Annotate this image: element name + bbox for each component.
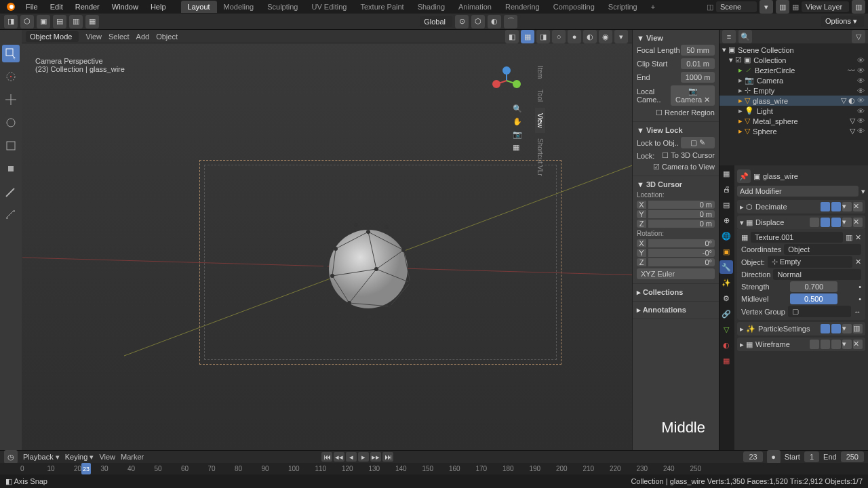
proptab-constraints[interactable]: 🔗 (719, 307, 733, 321)
persp-icon[interactable]: ▦ (513, 143, 522, 152)
eye-icon[interactable]: 👁 (857, 96, 865, 104)
menu-render[interactable]: Render (70, 1, 105, 13)
tree-item-beziercircle[interactable]: ▸ ⟋BezierCircle〰👁 (719, 65, 868, 75)
render-region-checkbox[interactable]: ☐ Render Region (656, 108, 715, 117)
proptab-physics[interactable]: ⚙ (719, 291, 733, 305)
lock-obj-field[interactable]: ▢ ✎ (681, 137, 715, 148)
eye-icon[interactable]: 👁 (857, 77, 865, 85)
proptab-texture[interactable]: ▦ (719, 354, 733, 367)
tab-uv[interactable]: UV Editing (304, 1, 353, 13)
pivot-icon[interactable]: ⊙ (455, 15, 469, 28)
tab-layout[interactable]: Layout (181, 1, 217, 13)
tree-item-metal-sphere[interactable]: ▸ ▽Metal_sphere▽👁 (719, 116, 868, 126)
mod-realtime-icon[interactable] (821, 324, 830, 333)
mod-editmode-icon[interactable] (810, 340, 819, 349)
editor-type-icon[interactable]: ◨ (4, 15, 18, 28)
outliner-search-icon[interactable]: 🔍 (738, 30, 752, 43)
outliner-filter-icon[interactable]: ▽ (852, 30, 865, 43)
scene-browse-icon[interactable]: ▾ (760, 0, 773, 14)
modifier-decimate-header[interactable]: ▸ ⬡Decimate ▾✕ (737, 200, 865, 214)
mod-realtime-icon[interactable] (821, 340, 830, 349)
vgroup-field[interactable]: ▢ (788, 306, 851, 317)
snap5-icon[interactable]: ▦ (85, 15, 99, 28)
npanel-annotations-title[interactable]: ▸ Annotations (637, 304, 715, 316)
proptab-world[interactable]: 🌐 (719, 229, 733, 243)
proptab-viewlayer[interactable]: ▤ (719, 198, 733, 211)
snap4-icon[interactable]: ▥ (69, 15, 83, 28)
direction-select[interactable]: Normal (773, 269, 861, 280)
end-frame-field[interactable]: 250 (841, 451, 864, 462)
mod-close-icon[interactable]: ✕ (853, 218, 863, 227)
proptab-modifier[interactable]: 🔧 (719, 260, 733, 274)
proptab-mesh[interactable]: ▽ (719, 323, 733, 336)
to-3d-cursor-checkbox[interactable]: ☐ To 3D Cursor (662, 151, 715, 160)
tree-item-camera[interactable]: ▸ 📷Camera👁 (719, 75, 868, 85)
ntab-tool[interactable]: Tool (535, 84, 545, 107)
magnet-icon[interactable]: ⬡ (471, 15, 485, 28)
prev-key-icon[interactable]: ◂◂ (334, 452, 344, 462)
tree-item-glass-wire[interactable]: ▸ ▽glass_wire▽◐👁 (719, 96, 868, 106)
next-key-icon[interactable]: ▸▸ (370, 452, 381, 462)
tool-scale[interactable] (2, 137, 20, 155)
current-frame-field[interactable]: 23 (743, 451, 762, 462)
tab-scripting[interactable]: Scripting (601, 1, 644, 13)
ntab-shortcut[interactable]: Shortcut VLr (535, 133, 545, 182)
proptab-output[interactable]: 🖨 (719, 182, 733, 196)
tl-menu-playback[interactable]: Playback ▾ (23, 453, 60, 462)
proptab-material[interactable]: ◐ (719, 338, 733, 352)
timeline-type-icon[interactable]: ◷ (4, 450, 18, 464)
snap-icon[interactable]: ⬡ (20, 15, 34, 28)
tab-modeling[interactable]: Modeling (217, 1, 261, 13)
loc-y-value[interactable]: 0 m (648, 210, 715, 218)
tool-transform[interactable] (2, 160, 20, 178)
hand-icon[interactable]: ✋ (513, 117, 522, 126)
jump-end-icon[interactable]: ⏭ (382, 452, 393, 462)
eye-icon[interactable]: 👁 (857, 87, 865, 95)
viewport-3d[interactable]: Object Mode View Select Add Object ◧ ▦ ◨… (22, 30, 632, 450)
proptab-render[interactable]: ▦ (719, 167, 733, 180)
ntab-view[interactable]: View (535, 108, 545, 134)
displace-texture-field[interactable]: Texture.001 (751, 232, 843, 243)
mod-close-icon[interactable]: ✕ (853, 202, 863, 211)
object-unlink-icon[interactable]: ✕ (855, 258, 861, 266)
tab-rendering[interactable]: Rendering (498, 1, 547, 13)
mod-editmode-icon[interactable] (810, 218, 819, 227)
tool-move[interactable] (2, 91, 20, 108)
proptab-object[interactable]: ▣ (719, 245, 733, 258)
tree-item-sphere[interactable]: ▸ ▽Sphere▽👁 (719, 126, 868, 136)
start-frame-field[interactable]: 1 (804, 451, 819, 462)
pin-icon[interactable]: 📌 (737, 169, 751, 183)
orientation-select[interactable]: Global (420, 16, 452, 27)
nav-gizmo[interactable] (490, 64, 524, 98)
tab-compositing[interactable]: Compositing (547, 1, 601, 13)
menu-window[interactable]: Window (106, 1, 144, 13)
npanel-cursor-title[interactable]: ▼ 3D Cursor (637, 179, 715, 190)
texture-unlink-icon[interactable]: ✕ (855, 233, 861, 242)
tree-scene-collection[interactable]: ▾ ▣Scene Collection (719, 45, 868, 55)
tree-item-light[interactable]: ▸ 💡Light👁 (719, 106, 868, 116)
eye-icon[interactable]: 👁 (857, 66, 865, 75)
falloff-icon[interactable]: ⌒ (504, 15, 517, 28)
npanel-collections-title[interactable]: ▸ Collections (637, 287, 715, 298)
add-modifier-button[interactable]: Add Modifier (737, 186, 859, 197)
texture-new-icon[interactable]: ▥ (846, 233, 852, 242)
tl-menu-marker[interactable]: Marker (121, 453, 144, 461)
menu-file[interactable]: File (20, 1, 43, 13)
autokey-icon[interactable]: ● (767, 450, 781, 464)
tab-shading[interactable]: Shading (411, 1, 452, 13)
local-cam-value[interactable]: 📷 Camera ✕ (671, 85, 715, 106)
vgroup-invert-icon[interactable]: ↔ (854, 308, 861, 316)
cam-to-view-checkbox[interactable]: ☑ Camera to View (653, 163, 715, 171)
tool-annotate[interactable] (2, 183, 20, 201)
mod-render-icon[interactable] (831, 202, 841, 211)
rot-mode-select[interactable]: XYZ Euler (637, 268, 715, 279)
rot-x-value[interactable]: 0° (648, 239, 715, 247)
clip-start-value[interactable]: 0.01 m (681, 58, 715, 69)
tab-texpaint[interactable]: Texture Paint (353, 1, 410, 13)
modifier-wireframe-header[interactable]: ▸ ▦Wireframe ▾✕ (737, 338, 865, 351)
viewlayer-new-icon[interactable]: ▥ (852, 0, 865, 14)
timeline-ruler[interactable]: 23 0102030405060708090100110120130140150… (0, 463, 868, 474)
eye-icon[interactable]: 👁 (857, 117, 865, 125)
loc-z-value[interactable]: 0 m (648, 220, 715, 228)
eye-icon[interactable]: 👁 (857, 56, 865, 64)
